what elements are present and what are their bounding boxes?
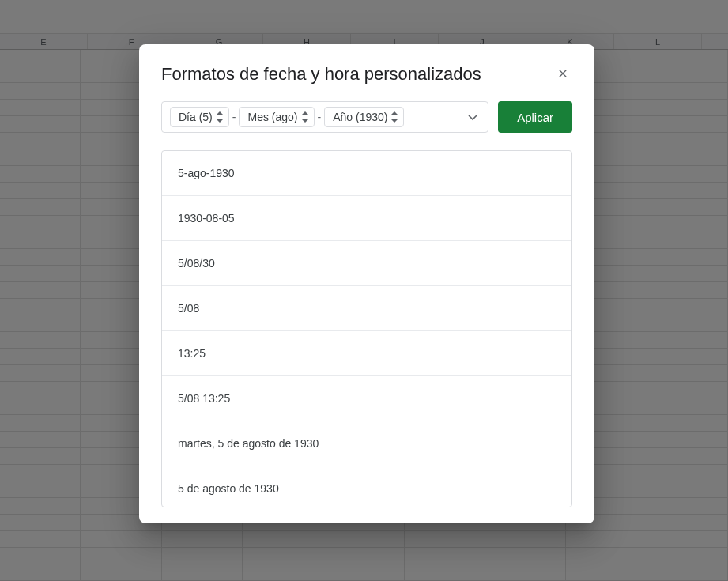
format-option[interactable]: martes, 5 de agosto de 1930: [162, 421, 571, 466]
updown-icon: [216, 111, 224, 123]
custom-datetime-formats-dialog: Formatos de fecha y hora personalizados …: [139, 44, 594, 523]
dialog-header: Formatos de fecha y hora personalizados: [161, 63, 572, 85]
format-option[interactable]: 5-ago-1930: [162, 151, 571, 196]
updown-icon: [301, 111, 309, 123]
format-option[interactable]: 13:25: [162, 331, 571, 376]
format-option[interactable]: 5/08: [162, 286, 571, 331]
add-token-dropdown[interactable]: [464, 108, 481, 126]
token-day-label: Día (5): [179, 111, 213, 123]
format-option[interactable]: 5/08/30: [162, 241, 571, 286]
token-month[interactable]: Mes (ago): [239, 107, 314, 127]
separator: -: [318, 111, 322, 123]
apply-button[interactable]: Aplicar: [498, 101, 572, 133]
format-input[interactable]: Día (5) - Mes (ago) - Año (1930): [161, 101, 488, 133]
token-month-label: Mes (ago): [247, 111, 297, 123]
close-button[interactable]: [553, 65, 572, 84]
separator: -: [232, 111, 236, 123]
format-list[interactable]: 5-ago-19301930-08-055/08/305/0813:255/08…: [162, 151, 571, 507]
dialog-title: Formatos de fecha y hora personalizados: [161, 63, 481, 85]
token-year-label: Año (1930): [333, 111, 387, 123]
format-list-container: 5-ago-19301930-08-055/08/305/0813:255/08…: [161, 150, 572, 507]
token-year[interactable]: Año (1930): [324, 107, 404, 127]
token-day[interactable]: Día (5): [170, 107, 229, 127]
chevron-down-icon: [468, 110, 477, 124]
format-option[interactable]: 5/08 13:25: [162, 376, 571, 421]
close-icon: [556, 67, 569, 82]
format-builder-row: Día (5) - Mes (ago) - Año (1930) Aplicar: [161, 101, 572, 133]
format-option[interactable]: 5 de agosto de 1930: [162, 466, 571, 507]
format-option[interactable]: 1930-08-05: [162, 196, 571, 241]
updown-icon: [390, 111, 398, 123]
